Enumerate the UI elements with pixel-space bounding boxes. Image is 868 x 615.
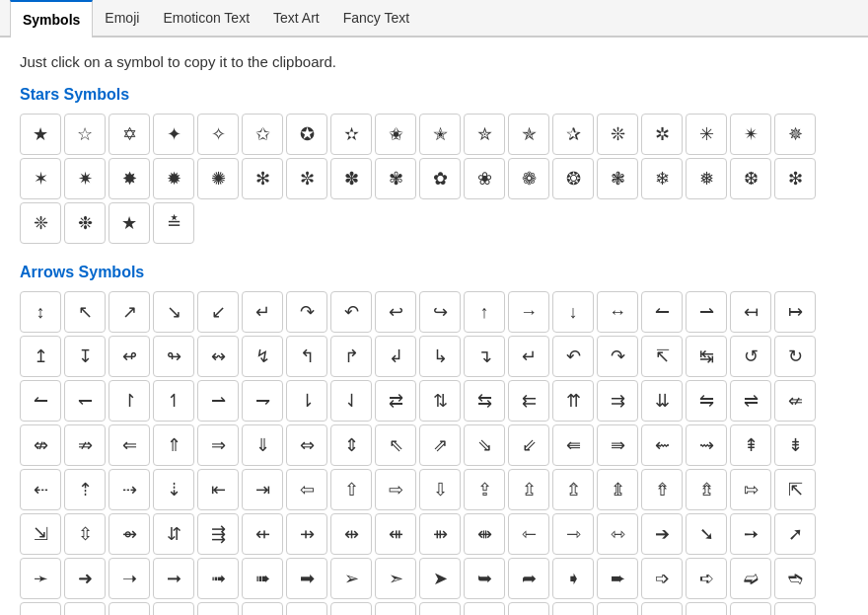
symbol-cell[interactable]: ⇽ bbox=[508, 513, 549, 555]
symbol-cell[interactable]: ➞ bbox=[153, 558, 194, 599]
symbol-cell[interactable]: ⇗ bbox=[419, 424, 461, 466]
symbol-cell[interactable]: ➣ bbox=[375, 558, 416, 599]
symbol-cell[interactable]: ⇑ bbox=[153, 424, 194, 466]
symbol-cell[interactable]: ✧ bbox=[197, 114, 239, 155]
symbol-cell[interactable]: ↩ bbox=[375, 291, 416, 333]
symbol-cell[interactable]: ↔ bbox=[597, 291, 638, 333]
symbol-cell[interactable]: ⇁ bbox=[242, 380, 283, 422]
symbol-cell[interactable]: ➨ bbox=[597, 558, 638, 599]
symbol-cell[interactable]: ↫ bbox=[108, 336, 150, 377]
symbol-cell[interactable]: ↸ bbox=[641, 336, 683, 377]
symbol-cell[interactable]: ↷ bbox=[597, 336, 638, 377]
symbol-cell[interactable]: ↲ bbox=[375, 336, 416, 377]
symbol-cell[interactable]: ➸ bbox=[464, 602, 505, 615]
symbol-cell[interactable]: ✳ bbox=[686, 114, 727, 155]
symbol-cell[interactable]: ↬ bbox=[153, 336, 194, 377]
symbol-cell[interactable]: ❄ bbox=[641, 158, 683, 199]
symbol-cell[interactable]: ➭ bbox=[20, 602, 61, 615]
symbol-cell[interactable]: ☆ bbox=[64, 114, 106, 155]
symbol-cell[interactable]: ⇠ bbox=[20, 469, 61, 510]
symbol-cell[interactable]: ↵ bbox=[508, 336, 549, 377]
symbol-cell[interactable]: ➯ bbox=[108, 602, 150, 615]
symbol-cell[interactable]: ⇦ bbox=[286, 469, 327, 510]
symbol-cell[interactable]: ➙ bbox=[730, 513, 771, 555]
symbol-cell[interactable]: ↻ bbox=[774, 336, 816, 377]
symbol-cell[interactable]: ➬ bbox=[774, 558, 816, 599]
symbol-cell[interactable]: ➹ bbox=[508, 602, 549, 615]
symbol-cell[interactable]: ↶ bbox=[330, 291, 372, 333]
symbol-cell[interactable]: ↿ bbox=[153, 380, 194, 422]
symbol-cell[interactable]: ✮ bbox=[464, 114, 505, 155]
symbol-cell[interactable]: ⇻ bbox=[419, 513, 461, 555]
symbol-cell[interactable]: ➷ bbox=[419, 602, 461, 615]
symbol-cell[interactable]: ↓ bbox=[774, 602, 816, 615]
symbol-cell[interactable]: ⇓ bbox=[242, 424, 283, 466]
symbol-cell[interactable]: ✼ bbox=[286, 158, 327, 199]
symbol-cell[interactable]: ⇶ bbox=[197, 513, 239, 555]
symbol-cell[interactable]: ↪ bbox=[419, 291, 461, 333]
symbol-cell[interactable]: ★ bbox=[20, 114, 61, 155]
symbol-cell[interactable]: ➻ bbox=[597, 602, 638, 615]
symbol-cell[interactable]: ↴ bbox=[464, 336, 505, 377]
symbol-cell[interactable]: ⇔ bbox=[286, 424, 327, 466]
symbol-cell[interactable]: ≛ bbox=[153, 202, 194, 244]
symbol-cell[interactable]: ❂ bbox=[552, 158, 594, 199]
symbol-cell[interactable]: ➲ bbox=[197, 602, 239, 615]
symbol-cell[interactable]: ⇬ bbox=[552, 469, 594, 510]
symbol-cell[interactable]: ⇖ bbox=[375, 424, 416, 466]
symbol-cell[interactable]: ⇯ bbox=[686, 469, 727, 510]
symbol-cell[interactable]: ❇ bbox=[774, 158, 816, 199]
symbol-cell[interactable]: ⇷ bbox=[242, 513, 283, 555]
symbol-cell[interactable]: ✭ bbox=[419, 114, 461, 155]
symbol-cell[interactable]: ✦ bbox=[153, 114, 194, 155]
symbol-cell[interactable]: ↾ bbox=[108, 380, 150, 422]
symbol-cell[interactable]: ➦ bbox=[508, 558, 549, 599]
symbol-cell[interactable]: ✩ bbox=[242, 114, 283, 155]
symbol-cell[interactable]: ✬ bbox=[375, 114, 416, 155]
symbol-cell[interactable]: ➴ bbox=[286, 602, 327, 615]
symbol-cell[interactable]: ➮ bbox=[64, 602, 106, 615]
symbol-cell[interactable]: ❆ bbox=[730, 158, 771, 199]
symbol-cell[interactable]: ↭ bbox=[197, 336, 239, 377]
symbol-cell[interactable]: ↘ bbox=[153, 291, 194, 333]
symbol-cell[interactable]: ➵ bbox=[330, 602, 372, 615]
symbol-cell[interactable]: ❃ bbox=[597, 158, 638, 199]
symbol-cell[interactable]: ⇉ bbox=[597, 380, 638, 422]
symbol-cell[interactable]: ⇸ bbox=[286, 513, 327, 555]
symbol-cell[interactable]: ⇾ bbox=[552, 513, 594, 555]
symbol-cell[interactable]: ⇏ bbox=[64, 424, 106, 466]
symbol-cell[interactable]: ↓ bbox=[552, 291, 594, 333]
symbol-cell[interactable]: ⇘ bbox=[464, 424, 505, 466]
symbol-cell[interactable]: ❉ bbox=[64, 202, 106, 244]
symbol-cell[interactable]: ⇹ bbox=[330, 513, 372, 555]
symbol-cell[interactable]: ➽ bbox=[686, 602, 727, 615]
symbol-cell[interactable]: ⇙ bbox=[508, 424, 549, 466]
symbol-cell[interactable]: ⇀ bbox=[686, 291, 727, 333]
symbol-cell[interactable]: ⇤ bbox=[197, 469, 239, 510]
symbol-cell[interactable]: ➳ bbox=[242, 602, 283, 615]
symbol-cell[interactable]: ➾ bbox=[730, 602, 771, 615]
symbol-cell[interactable]: ⇳ bbox=[64, 513, 106, 555]
symbol-cell[interactable]: ⇀ bbox=[197, 380, 239, 422]
symbol-cell[interactable]: ➢ bbox=[330, 558, 372, 599]
symbol-cell[interactable]: ⇇ bbox=[508, 380, 549, 422]
symbol-cell[interactable]: ⇊ bbox=[641, 380, 683, 422]
symbol-cell[interactable]: ✴ bbox=[730, 114, 771, 155]
symbol-cell[interactable]: ➠ bbox=[242, 558, 283, 599]
symbol-cell[interactable]: ↗ bbox=[108, 291, 150, 333]
symbol-cell[interactable]: ❀ bbox=[464, 158, 505, 199]
symbol-cell[interactable]: ⇞ bbox=[730, 424, 771, 466]
symbol-cell[interactable]: ✸ bbox=[108, 158, 150, 199]
symbol-cell[interactable]: ⇕ bbox=[330, 424, 372, 466]
symbol-cell[interactable]: ↕ bbox=[20, 291, 61, 333]
symbol-cell[interactable]: ⇎ bbox=[20, 424, 61, 466]
symbol-cell[interactable]: ➫ bbox=[730, 558, 771, 599]
symbol-cell[interactable]: ⇮ bbox=[641, 469, 683, 510]
symbol-cell[interactable]: ⇺ bbox=[375, 513, 416, 555]
symbol-cell[interactable]: ↑ bbox=[464, 291, 505, 333]
symbol-cell[interactable]: ↰ bbox=[286, 336, 327, 377]
symbol-cell[interactable]: ➚ bbox=[774, 513, 816, 555]
symbol-cell[interactable]: ➛ bbox=[20, 558, 61, 599]
symbol-cell[interactable]: ❈ bbox=[20, 202, 61, 244]
symbol-cell[interactable]: ⇧ bbox=[330, 469, 372, 510]
